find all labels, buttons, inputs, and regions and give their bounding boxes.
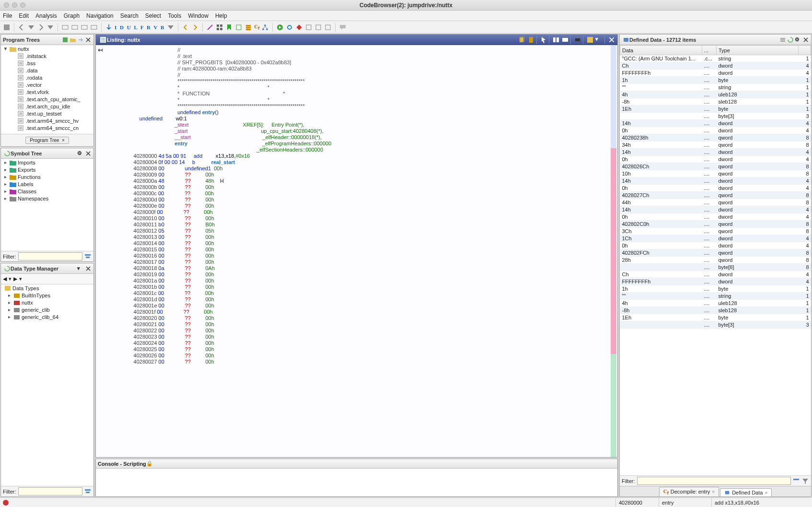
table-row[interactable]: 1Ch....dword4 [620, 235, 811, 242]
menu-navigation[interactable]: Navigation [86, 12, 114, 19]
dropdown-icon[interactable] [46, 24, 54, 31]
table-row[interactable]: ....byte[3]3 [620, 113, 811, 120]
diff-icon[interactable] [552, 36, 560, 44]
table-row[interactable]: 14h....dword4 [620, 206, 811, 213]
gear-icon[interactable]: ⚙ [77, 150, 84, 157]
tab-close-icon[interactable]: × [765, 490, 767, 495]
dropdown-icon[interactable]: ▾ [9, 276, 12, 282]
forward-icon[interactable] [37, 24, 45, 31]
close-icon[interactable] [85, 36, 92, 43]
new-tree-icon[interactable] [62, 36, 69, 43]
graph-icon[interactable] [261, 24, 269, 31]
symbol-folder-exports[interactable]: ▸Exports [1, 166, 93, 173]
wand-icon[interactable] [206, 24, 214, 31]
tree-item[interactable]: .text.up_testset [1, 110, 93, 117]
tree-item[interactable]: .text.arch_cpu_idle [1, 103, 93, 110]
nav2-icon[interactable] [71, 24, 79, 31]
table-row[interactable]: 44h....qword8 [620, 199, 811, 206]
program-tree-tab[interactable]: Program Tree × [25, 137, 69, 144]
symbol-tree-filter-input[interactable] [18, 252, 83, 260]
save-icon[interactable] [3, 24, 11, 31]
table-row[interactable]: 28h....qword8 [620, 257, 811, 264]
down-icon[interactable] [105, 24, 113, 31]
col-data[interactable]: Data [620, 46, 702, 55]
cf-icon[interactable]: Cf [254, 24, 259, 31]
tab-decompile[interactable]: Cf Decompile: entry × [659, 487, 719, 496]
menu-search[interactable]: Search [120, 12, 139, 19]
tree-item[interactable]: .data [1, 67, 93, 74]
table-row[interactable]: -8h....sleb1281 [620, 307, 811, 314]
tree-item[interactable]: .bss [1, 59, 93, 67]
listing-body[interactable]: ↢ // // .text [96, 45, 617, 457]
symbol-folder-functions[interactable]: ▸Functions [1, 173, 93, 180]
filter-options-icon[interactable] [84, 488, 92, 495]
dtm-item[interactable]: ▸nuttx [1, 299, 93, 306]
refresh-icon[interactable] [4, 265, 11, 272]
table-row[interactable]: ....byte[8]8 [620, 264, 811, 271]
back-icon[interactable]: ◀ [3, 276, 7, 282]
snapshot-icon[interactable] [561, 36, 569, 44]
stop-icon[interactable] [295, 24, 303, 31]
dropdown-icon[interactable] [27, 24, 35, 31]
arrow-icon[interactable] [77, 36, 84, 43]
symbol-folder-namespaces[interactable]: ▸Namespaces [1, 195, 93, 202]
gear-icon[interactable] [286, 24, 293, 31]
table-row[interactable]: 40280238h....qword8 [620, 134, 811, 141]
forward-icon[interactable]: ▶ [13, 276, 17, 282]
table-row[interactable]: 1Eh....byte1 [620, 106, 811, 113]
dtm-item[interactable]: ▸generic_clib_64 [1, 313, 93, 320]
back-icon[interactable] [18, 24, 25, 31]
zoom-window-icon[interactable] [20, 2, 25, 8]
col-loc[interactable]: ... [702, 46, 716, 55]
menu-graph[interactable]: Graph [64, 12, 80, 19]
menu-help[interactable]: Help [215, 12, 227, 19]
table-row[interactable]: FFFFFFFFh....dword4 [620, 70, 811, 77]
table-row[interactable]: 1h....byte1 [620, 77, 811, 84]
table-row[interactable]: 0h....dword4 [620, 213, 811, 221]
table-row[interactable]: 0h....dword4 [620, 156, 811, 163]
tab-close-icon[interactable]: × [712, 489, 715, 495]
menu-edit[interactable]: Edit [19, 12, 29, 19]
grid-icon[interactable] [216, 24, 223, 31]
symbol-folder-labels[interactable]: ▸Labels [1, 180, 93, 188]
table-row[interactable]: 0h....dword4 [620, 127, 811, 134]
menu-icon[interactable]: ▾ [77, 265, 84, 272]
stack-icon[interactable] [244, 24, 252, 31]
snap-icon[interactable] [314, 24, 322, 31]
menu-analysis[interactable]: Analysis [35, 12, 57, 19]
table-row[interactable]: ....byte[3]3 [620, 321, 811, 329]
close-icon[interactable] [85, 265, 92, 272]
close-window-icon[interactable] [4, 2, 9, 8]
filter-options-icon[interactable] [792, 477, 800, 485]
tree-item[interactable]: .rodata [1, 74, 93, 81]
dropdown-icon[interactable]: ▾ [19, 276, 22, 282]
table-row[interactable]: 0h....dword4 [620, 242, 811, 249]
refresh-icon[interactable] [787, 36, 794, 43]
dtm-item[interactable]: ▸generic_clib [1, 306, 93, 313]
table-row[interactable]: 10h....qword8 [620, 170, 811, 177]
dtm-root[interactable]: Data Types [1, 284, 93, 292]
run-icon[interactable] [276, 24, 284, 31]
menu-window[interactable]: Window [188, 12, 209, 19]
table-row[interactable]: 34h....qword8 [620, 141, 811, 149]
table-row[interactable]: ""....string1 [620, 293, 811, 300]
table-row[interactable]: 1Eh....byte1 [620, 314, 811, 321]
table-row[interactable]: 1h....byte1 [620, 285, 811, 293]
table-row[interactable]: 14h....dword4 [620, 120, 811, 127]
table-row[interactable]: 4028027Ch....qword8 [620, 192, 811, 199]
col-size[interactable] [798, 46, 811, 55]
console-body[interactable] [96, 469, 617, 496]
cfg-icon[interactable] [305, 24, 313, 31]
copy-icon[interactable] [518, 36, 526, 44]
tree-item[interactable]: .text.arch_cpu_atomic_ [1, 95, 93, 103]
table-row[interactable]: 14h....dword4 [620, 177, 811, 185]
table-row[interactable]: 402802FCh....qword8 [620, 249, 811, 257]
menu-select[interactable]: Select [145, 12, 161, 19]
fields-icon[interactable] [586, 36, 594, 44]
symbol-folder-imports[interactable]: ▸Imports [1, 159, 93, 166]
lock-icon[interactable]: 🔒 [146, 460, 153, 467]
dtm-filter-input[interactable] [18, 487, 83, 495]
minimize-window-icon[interactable] [12, 2, 17, 8]
menu-icon[interactable] [779, 36, 786, 43]
back-arrow-icon[interactable]: ↢ [98, 47, 104, 53]
